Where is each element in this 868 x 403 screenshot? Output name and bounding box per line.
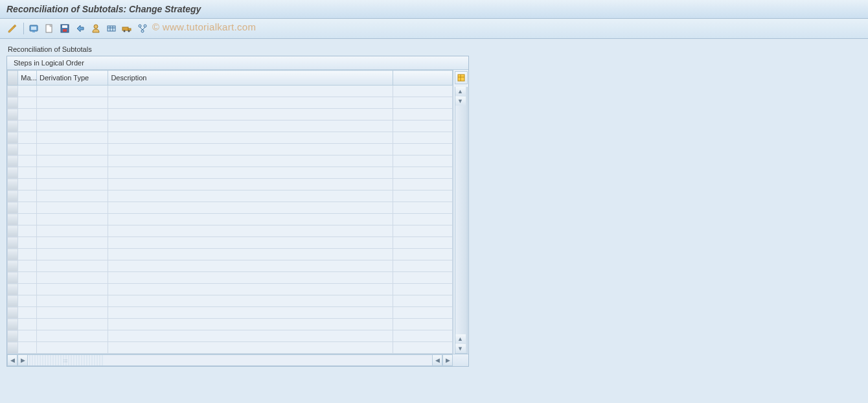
table-row[interactable] [8, 307, 453, 319]
cell-ma[interactable] [18, 284, 37, 295]
cell-ma[interactable] [18, 167, 37, 179]
cell-derivation-type[interactable] [36, 179, 108, 190]
cell-ma[interactable] [18, 295, 37, 307]
table-row[interactable] [8, 179, 453, 190]
cell-derivation-type[interactable] [36, 86, 108, 97]
cell-extra[interactable] [393, 121, 452, 132]
table-row[interactable] [8, 132, 453, 144]
row-selector[interactable] [8, 167, 18, 179]
table-row[interactable] [8, 249, 453, 260]
col-header-ma[interactable]: Ma... [18, 71, 37, 86]
table-row[interactable] [8, 342, 453, 354]
cell-ma[interactable] [18, 237, 37, 249]
cell-ma[interactable] [18, 319, 37, 330]
cell-derivation-type[interactable] [36, 295, 108, 307]
cell-extra[interactable] [393, 155, 452, 167]
cell-ma[interactable] [18, 190, 37, 202]
cell-ma[interactable] [18, 144, 37, 155]
cell-derivation-type[interactable] [36, 272, 108, 284]
cell-ma[interactable] [18, 225, 37, 237]
cell-description[interactable] [108, 237, 393, 249]
cell-derivation-type[interactable] [36, 167, 108, 179]
table-row[interactable] [8, 237, 453, 249]
scroll-left-end-arrow[interactable]: ◀ [432, 354, 442, 366]
cell-extra[interactable] [393, 167, 452, 179]
scroll-left-arrow[interactable]: ◀ [7, 354, 17, 366]
row-selector[interactable] [8, 144, 18, 155]
cell-extra[interactable] [393, 202, 452, 214]
row-selector[interactable] [8, 97, 18, 109]
user-icon[interactable] [90, 23, 102, 34]
cell-extra[interactable] [393, 342, 452, 354]
cell-derivation-type[interactable] [36, 214, 108, 225]
col-header-derivation-type[interactable]: Derivation Type [36, 71, 108, 86]
configure-columns-icon[interactable] [455, 71, 468, 84]
scroll-page-down-arrow[interactable]: ▲ [455, 334, 466, 343]
select-all-corner[interactable] [8, 71, 18, 86]
cell-extra[interactable] [393, 86, 452, 97]
table-row[interactable] [8, 167, 453, 179]
row-selector[interactable] [8, 155, 18, 167]
row-selector[interactable] [8, 260, 18, 272]
cell-derivation-type[interactable] [36, 225, 108, 237]
cell-derivation-type[interactable] [36, 249, 108, 260]
row-selector[interactable] [8, 190, 18, 202]
table-row[interactable] [8, 144, 453, 155]
row-selector[interactable] [8, 237, 18, 249]
cell-derivation-type[interactable] [36, 330, 108, 342]
cell-description[interactable] [108, 190, 393, 202]
cell-ma[interactable] [18, 272, 37, 284]
display-icon[interactable] [28, 23, 40, 34]
row-selector[interactable] [8, 179, 18, 190]
row-selector[interactable] [8, 225, 18, 237]
table-row[interactable] [8, 109, 453, 121]
cell-derivation-type[interactable] [36, 260, 108, 272]
col-header-description[interactable]: Description [108, 71, 393, 86]
col-header-extra[interactable] [393, 71, 452, 86]
table-row[interactable] [8, 272, 453, 284]
cell-ma[interactable] [18, 155, 37, 167]
cell-ma[interactable] [18, 97, 37, 109]
change-icon[interactable] [6, 23, 18, 34]
cell-description[interactable] [108, 342, 393, 354]
table-row[interactable] [8, 86, 453, 97]
cell-ma[interactable] [18, 342, 37, 354]
row-selector[interactable] [8, 330, 18, 342]
row-selector[interactable] [8, 121, 18, 132]
table-row[interactable] [8, 295, 453, 307]
table-row[interactable] [8, 319, 453, 330]
cell-ma[interactable] [18, 109, 37, 121]
cell-description[interactable] [108, 155, 393, 167]
cell-derivation-type[interactable] [36, 121, 108, 132]
cell-derivation-type[interactable] [36, 284, 108, 295]
cell-description[interactable] [108, 202, 393, 214]
scroll-track[interactable] [103, 354, 432, 366]
row-selector[interactable] [8, 284, 18, 295]
table-row[interactable] [8, 260, 453, 272]
save-icon[interactable] [59, 23, 71, 34]
row-selector[interactable] [8, 214, 18, 225]
cell-extra[interactable] [393, 260, 452, 272]
cell-extra[interactable] [393, 330, 452, 342]
row-selector[interactable] [8, 319, 18, 330]
cell-derivation-type[interactable] [36, 155, 108, 167]
cell-extra[interactable] [393, 319, 452, 330]
table-row[interactable] [8, 190, 453, 202]
vertical-scrollbar[interactable]: ▲ ▼ ▲ ▼ [455, 87, 468, 354]
row-selector[interactable] [8, 307, 18, 319]
scroll-down-arrow[interactable]: ▼ [455, 344, 466, 353]
create-icon[interactable] [43, 23, 55, 34]
table-row[interactable] [8, 121, 453, 132]
cell-ma[interactable] [18, 86, 37, 97]
row-selector[interactable] [8, 202, 18, 214]
table-row[interactable] [8, 284, 453, 295]
cell-ma[interactable] [18, 202, 37, 214]
cell-extra[interactable] [393, 237, 452, 249]
cell-derivation-type[interactable] [36, 190, 108, 202]
scroll-thumb[interactable]: ::: [28, 354, 103, 366]
cell-description[interactable] [108, 167, 393, 179]
cell-ma[interactable] [18, 307, 37, 319]
cell-description[interactable] [108, 225, 393, 237]
cell-extra[interactable] [393, 132, 452, 144]
cell-derivation-type[interactable] [36, 342, 108, 354]
